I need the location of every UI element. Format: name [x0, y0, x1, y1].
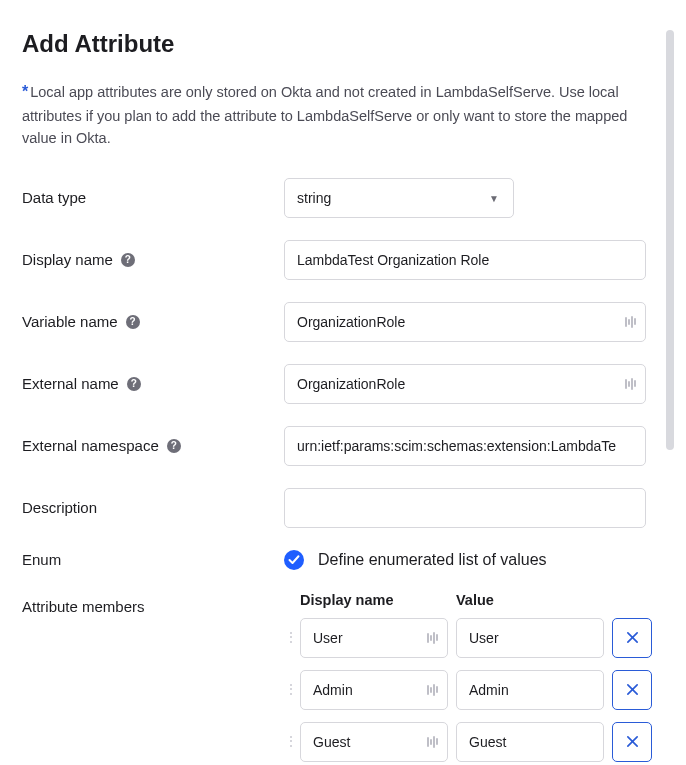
member-row [284, 722, 664, 762]
members-header-display: Display name [300, 592, 456, 608]
label-external-name: External name [22, 375, 119, 392]
drag-handle-icon[interactable] [284, 687, 292, 692]
label-display-name: Display name [22, 251, 113, 268]
member-value-input[interactable] [456, 670, 604, 710]
bars-icon [427, 684, 438, 696]
variable-name-input[interactable] [284, 302, 646, 342]
label-variable-name: Variable name [22, 313, 118, 330]
remove-member-button[interactable] [612, 670, 652, 710]
scrollbar-thumb[interactable] [666, 30, 674, 450]
close-icon [626, 735, 639, 748]
asterisk-icon: * [22, 83, 28, 100]
label-description: Description [22, 499, 284, 516]
drag-handle-icon[interactable] [284, 635, 292, 640]
external-namespace-input[interactable] [284, 426, 646, 466]
external-name-input[interactable] [284, 364, 646, 404]
bars-icon [625, 378, 636, 390]
member-row [284, 670, 664, 710]
page-title: Add Attribute [22, 30, 664, 58]
bars-icon [427, 632, 438, 644]
drag-handle-icon[interactable] [284, 739, 292, 744]
member-display-input[interactable] [300, 618, 448, 658]
member-row [284, 618, 664, 658]
remove-member-button[interactable] [612, 618, 652, 658]
check-icon [288, 554, 300, 566]
description-input[interactable] [284, 488, 646, 528]
enum-checkbox-label: Define enumerated list of values [318, 551, 547, 569]
help-icon[interactable]: ? [126, 315, 140, 329]
data-type-select[interactable]: string [284, 178, 514, 218]
help-icon[interactable]: ? [127, 377, 141, 391]
help-icon[interactable]: ? [167, 439, 181, 453]
label-attribute-members: Attribute members [22, 592, 284, 765]
member-display-input[interactable] [300, 722, 448, 762]
member-value-input[interactable] [456, 722, 604, 762]
remove-member-button[interactable] [612, 722, 652, 762]
bars-icon [625, 316, 636, 328]
members-header-value: Value [456, 592, 612, 608]
info-text-content: Local app attributes are only stored on … [22, 84, 627, 146]
close-icon [626, 631, 639, 644]
display-name-input[interactable] [284, 240, 646, 280]
label-external-namespace: External namespace [22, 437, 159, 454]
enum-checkbox[interactable] [284, 550, 304, 570]
help-icon[interactable]: ? [121, 253, 135, 267]
member-value-input[interactable] [456, 618, 604, 658]
bars-icon [427, 736, 438, 748]
label-enum: Enum [22, 551, 284, 568]
close-icon [626, 683, 639, 696]
member-display-input[interactable] [300, 670, 448, 710]
label-data-type: Data type [22, 189, 284, 206]
scrollbar[interactable] [666, 30, 674, 490]
info-text: *Local app attributes are only stored on… [22, 80, 664, 150]
